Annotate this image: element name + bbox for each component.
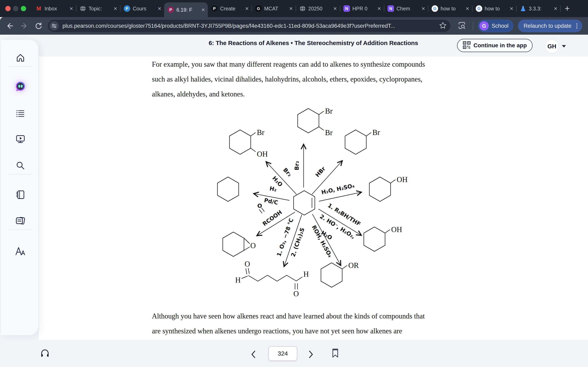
- product-dibromide: Br Br: [298, 107, 333, 137]
- window-close-button[interactable]: [5, 6, 11, 11]
- tab-hpr[interactable]: N HPR 0 ×: [340, 0, 384, 17]
- tab-close-icon[interactable]: ×: [332, 6, 338, 12]
- sidebar-item-text-settings[interactable]: [15, 245, 26, 257]
- label-h: H: [303, 270, 309, 278]
- window-zoom-button[interactable]: [21, 6, 26, 11]
- tab-label: 3.3.3:: [529, 6, 550, 12]
- tab-333[interactable]: 3.3.3: ×: [517, 0, 560, 17]
- window-minimize-button[interactable]: [13, 6, 18, 11]
- bookmark-icon: [332, 348, 339, 358]
- flask-favicon: [520, 5, 526, 12]
- tab-close-icon[interactable]: ×: [553, 6, 558, 12]
- sidebar-divider: [9, 230, 31, 230]
- browser-menu-icon[interactable]: [576, 23, 578, 29]
- tab-close-icon[interactable]: ×: [157, 6, 162, 12]
- sidebar-item-home[interactable]: [15, 52, 26, 64]
- tab-close-icon[interactable]: ×: [421, 6, 426, 12]
- profile-label: School: [492, 23, 509, 29]
- headphones-icon: [40, 348, 50, 358]
- home-icon: [16, 53, 25, 63]
- tab-active-etext[interactable]: P 6.19: F ×: [164, 2, 208, 17]
- label-o: O: [245, 260, 250, 268]
- screen: M Inbox × Topic: × P Cours × P 6.19: F ×: [0, 0, 588, 367]
- tab-close-icon[interactable]: ×: [200, 7, 206, 13]
- paragraph-line: are synthesized when alkenes undergo rea…: [152, 324, 487, 338]
- user-initials: GH: [545, 39, 559, 53]
- tab-close-icon[interactable]: ×: [465, 6, 470, 12]
- tab-topic[interactable]: Topic: ×: [76, 0, 120, 17]
- reagent-roh-h2so4: ROH, H₂SO₄: [311, 224, 333, 259]
- gmail-favicon: M: [35, 5, 42, 12]
- tab-label: Chem: [397, 6, 418, 12]
- back-button[interactable]: [5, 21, 14, 30]
- site-settings-icon[interactable]: [49, 21, 59, 31]
- tab-label: Inbox: [44, 6, 66, 12]
- tab-label: HPR 0: [352, 6, 374, 12]
- bookmark-star-icon[interactable]: [439, 22, 447, 30]
- paragraph-1: For example, you saw that many different…: [152, 57, 487, 101]
- tab-close-icon[interactable]: ×: [113, 6, 118, 12]
- url-text[interactable]: plus.pearson.com/courses/gloster75164/pr…: [62, 23, 435, 29]
- tab-chem[interactable]: N Chem ×: [384, 0, 428, 17]
- address-bar[interactable]: plus.pearson.com/courses/gloster75164/pr…: [48, 20, 450, 32]
- tab-create[interactable]: P Create ×: [208, 0, 251, 17]
- search-tabs-icon[interactable]: [457, 21, 466, 31]
- alkene-reactions-diagram: Br₂ Br₂ H₂O HBr H₂O, H₂SO₄ 1. R₂BH/THF 2…: [208, 103, 412, 299]
- label-br: Br: [325, 128, 333, 137]
- chevron-left-icon: [250, 350, 256, 359]
- relaunch-to-update-button[interactable]: Relaunch to update: [518, 20, 582, 32]
- relaunch-label: Relaunch to update: [524, 23, 571, 29]
- tab-label: Topic:: [89, 6, 110, 12]
- sidebar-item-contents[interactable]: [15, 108, 26, 119]
- reagent-rcooh-o: O: [258, 203, 262, 209]
- toolbar-divider: [473, 22, 473, 30]
- tab-close-icon[interactable]: ×: [69, 6, 74, 12]
- sidebar-item-flashcards[interactable]: [15, 215, 26, 226]
- notebook-icon: [16, 190, 25, 200]
- tab-close-icon[interactable]: ×: [376, 6, 382, 12]
- tab-inbox[interactable]: M Inbox ×: [32, 0, 76, 17]
- pearson-favicon: P: [124, 5, 130, 12]
- next-page-button[interactable]: [308, 350, 314, 360]
- tab-howto-1[interactable]: G how to ×: [428, 0, 472, 17]
- tab-label: Cours: [133, 6, 154, 12]
- forward-button[interactable]: [20, 21, 29, 30]
- tab-howto-2[interactable]: G how to ×: [472, 0, 516, 17]
- reader-sidebar: [1, 40, 38, 335]
- tab-close-icon[interactable]: ×: [288, 6, 294, 12]
- profile-chip[interactable]: G School: [478, 20, 513, 32]
- sidebar-item-videos[interactable]: [15, 133, 26, 145]
- tab-label: MCAT: [264, 6, 286, 12]
- sidebar-divider: [9, 67, 31, 67]
- tab-close-icon[interactable]: ×: [244, 6, 250, 12]
- tab-close-icon[interactable]: ×: [509, 6, 514, 12]
- product-cyclohexanol-2: OH: [364, 225, 402, 251]
- product-cyclohexanol: OH: [369, 175, 407, 201]
- page-number-input[interactable]: [268, 346, 297, 361]
- pearson-favicon: P: [211, 5, 218, 12]
- label-oh: OH: [397, 175, 407, 184]
- audiobook-button[interactable]: [40, 348, 50, 359]
- label-br: Br: [257, 128, 264, 137]
- sidebar-item-search[interactable]: [15, 160, 26, 171]
- tab-label: Create: [220, 6, 242, 12]
- tab-20250[interactable]: 20250 ×: [296, 0, 340, 17]
- previous-page-button[interactable]: [250, 350, 256, 360]
- sidebar-item-notebook[interactable]: [15, 189, 26, 200]
- tab-courses[interactable]: P Cours ×: [121, 0, 164, 17]
- sidebar-item-ai-study-tool[interactable]: [15, 81, 26, 92]
- reagent-hbr: HBr: [314, 165, 327, 178]
- label-o: O: [250, 242, 256, 250]
- product-halohydrin: Br OH: [229, 128, 268, 158]
- new-tab-button[interactable]: +: [565, 4, 570, 13]
- bookmark-page-button[interactable]: [332, 348, 339, 359]
- chevron-right-icon: [308, 350, 314, 359]
- reload-button[interactable]: [34, 21, 43, 30]
- continue-in-app-button[interactable]: Continue in the app: [457, 39, 533, 52]
- user-menu[interactable]: GH: [545, 39, 566, 53]
- sidebar-divider: [9, 174, 31, 175]
- product-ether: OR: [321, 261, 359, 287]
- tab-mcat[interactable]: G MCAT ×: [252, 0, 296, 17]
- tab-label: how to: [485, 6, 506, 12]
- reagent-rcooh: RCOOH: [261, 209, 283, 227]
